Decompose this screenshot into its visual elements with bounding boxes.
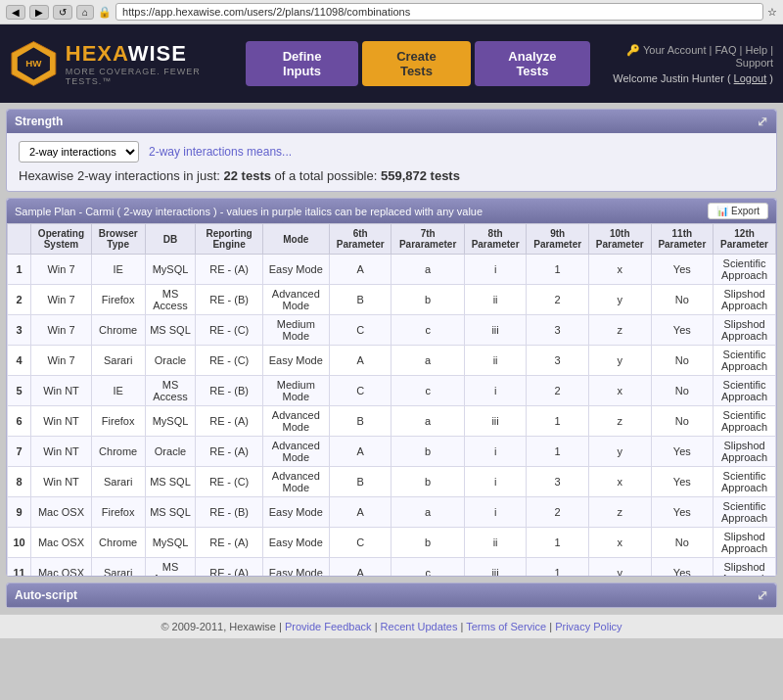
- row-num: 11: [8, 558, 31, 577]
- cell-browser: Sarari: [91, 467, 145, 497]
- cell-p6: C: [329, 376, 392, 406]
- autoscript-resize-icon[interactable]: ⤢: [757, 587, 768, 603]
- star-icon[interactable]: ☆: [767, 6, 777, 19]
- header: HW HEXAWISE MORE COVERAGE. FEWER TESTS.™…: [0, 24, 783, 103]
- strength-section: Strength ⤢ 2-way interactions 2-way inte…: [6, 109, 777, 192]
- home-button[interactable]: ⌂: [76, 5, 94, 20]
- logo-area: HW HEXAWISE MORE COVERAGE. FEWER TESTS.™: [10, 39, 246, 88]
- analyze-tests-tab[interactable]: Analyze Tests: [475, 41, 591, 86]
- url-bar[interactable]: [115, 3, 763, 21]
- cell-p6: A: [329, 346, 392, 376]
- cell-re: RE - (B): [196, 285, 262, 315]
- cell-p10: x: [588, 467, 651, 497]
- refresh-button[interactable]: ↺: [53, 5, 72, 20]
- table-section: Sample Plan - Carmi ( 2-way interactions…: [6, 198, 777, 577]
- cell-browser: Firefox: [91, 285, 145, 315]
- cell-p7: b: [392, 467, 464, 497]
- interaction-strength-select[interactable]: 2-way interactions: [19, 141, 139, 163]
- support-link[interactable]: Support: [735, 57, 773, 69]
- col-header-p10: 10th Parameter: [588, 224, 651, 255]
- cell-mode: Medium Mode: [262, 376, 329, 406]
- cell-p11: Yes: [651, 255, 714, 285]
- your-account-link[interactable]: Your Account: [643, 44, 706, 56]
- table-title: Sample Plan - Carmi ( 2-way interactions…: [15, 206, 483, 217]
- cell-mode: Advanced Mode: [262, 467, 329, 497]
- cell-os: Win 7: [31, 346, 92, 376]
- cell-p9: 1: [527, 406, 589, 437]
- cell-p8: i: [464, 437, 527, 467]
- cell-db: MySQL: [145, 406, 196, 437]
- export-button[interactable]: 📊 Export: [708, 203, 768, 219]
- cell-browser: Chrome: [91, 528, 145, 558]
- col-header-mode: Mode: [262, 224, 329, 255]
- row-num: 4: [8, 346, 31, 376]
- cell-p12: Slipshod Approach: [714, 528, 776, 558]
- cell-p9: 1: [527, 528, 589, 558]
- cell-p10: z: [588, 406, 651, 437]
- cell-db: MS SQL: [145, 315, 196, 346]
- cell-p12: Slipshod Approach: [714, 558, 776, 577]
- table-body: 1 Win 7 IE MySQL RE - (A) Easy Mode A a …: [8, 255, 776, 577]
- cell-p7: a: [392, 497, 464, 528]
- cell-re: RE - (A): [196, 255, 262, 285]
- header-right: 🔑 Your Account | FAQ | Help | Support We…: [590, 44, 773, 84]
- cell-p10: x: [588, 376, 651, 406]
- table-row: 2 Win 7 Firefox MS Access RE - (B) Advan…: [8, 285, 776, 315]
- col-header-p8: 8th Parameter: [464, 224, 527, 255]
- total-tests: 559,872 tests: [381, 168, 460, 183]
- logo-tagline: MORE COVERAGE. FEWER TESTS.™: [66, 67, 246, 86]
- cell-os: Mac OSX: [31, 558, 92, 577]
- recent-updates-link[interactable]: Recent Updates: [381, 621, 458, 632]
- col-header-p12: 12th Parameter: [714, 224, 776, 255]
- table-row: 4 Win 7 Sarari Oracle RE - (C) Easy Mode…: [8, 346, 776, 376]
- define-inputs-tab[interactable]: Define Inputs: [246, 41, 358, 86]
- row-num: 9: [8, 497, 31, 528]
- cell-p6: A: [329, 255, 392, 285]
- cell-mode: Easy Mode: [262, 528, 329, 558]
- cell-p11: No: [651, 376, 714, 406]
- terms-link[interactable]: Terms of Service: [466, 621, 546, 632]
- cell-p10: x: [588, 528, 651, 558]
- forward-button[interactable]: ▶: [29, 5, 49, 20]
- cell-mode: Advanced Mode: [262, 285, 329, 315]
- faq-link[interactable]: FAQ: [714, 44, 736, 56]
- cell-p11: Yes: [651, 315, 714, 346]
- table-row: 6 Win NT Firefox MySQL RE - (A) Advanced…: [8, 406, 776, 437]
- cell-p8: iii: [464, 406, 527, 437]
- create-tests-tab[interactable]: Create Tests: [362, 41, 470, 86]
- help-link[interactable]: Help: [745, 44, 767, 56]
- cell-os: Win NT: [31, 467, 92, 497]
- table-header: Sample Plan - Carmi ( 2-way interactions…: [7, 199, 776, 223]
- table-row: 8 Win NT Sarari MS SQL RE - (C) Advanced…: [8, 467, 776, 497]
- cell-p7: a: [392, 255, 464, 285]
- cell-db: MS SQL: [145, 467, 196, 497]
- strength-description: Hexawise 2-way interactions in just: 22 …: [19, 168, 764, 183]
- table-header-row: Operating System Browser Type DB Reporti…: [8, 224, 776, 255]
- strength-controls: 2-way interactions 2-way interactions me…: [19, 141, 764, 163]
- feedback-link[interactable]: Provide Feedback: [285, 621, 372, 632]
- cell-p12: Scientific Approach: [714, 346, 776, 376]
- cell-re: RE - (C): [196, 467, 262, 497]
- resize-icon[interactable]: ⤢: [757, 114, 768, 129]
- cell-db: MS SQL: [145, 497, 196, 528]
- back-button[interactable]: ◀: [6, 5, 25, 20]
- cell-p8: i: [464, 255, 527, 285]
- cell-p10: z: [588, 315, 651, 346]
- logout-link[interactable]: Logout: [734, 72, 767, 84]
- cell-p9: 1: [527, 558, 589, 577]
- cell-p7: c: [392, 376, 464, 406]
- row-num: 6: [8, 406, 31, 437]
- privacy-link[interactable]: Privacy Policy: [555, 621, 622, 632]
- table-container[interactable]: Operating System Browser Type DB Reporti…: [7, 223, 776, 576]
- cell-p12: Scientific Approach: [714, 467, 776, 497]
- cell-db: Oracle: [145, 437, 196, 467]
- cell-os: Win NT: [31, 376, 92, 406]
- col-header-p11: 11th Parameter: [651, 224, 714, 255]
- table-row: 10 Mac OSX Chrome MySQL RE - (A) Easy Mo…: [8, 528, 776, 558]
- cell-browser: Sarari: [91, 346, 145, 376]
- cell-p6: B: [329, 406, 392, 437]
- interactions-help-link[interactable]: 2-way interactions means...: [149, 145, 292, 159]
- cell-p6: B: [329, 467, 392, 497]
- cell-p6: A: [329, 497, 392, 528]
- table-row: 11 Mac OSX Sarari MS Access RE - (A) Eas…: [8, 558, 776, 577]
